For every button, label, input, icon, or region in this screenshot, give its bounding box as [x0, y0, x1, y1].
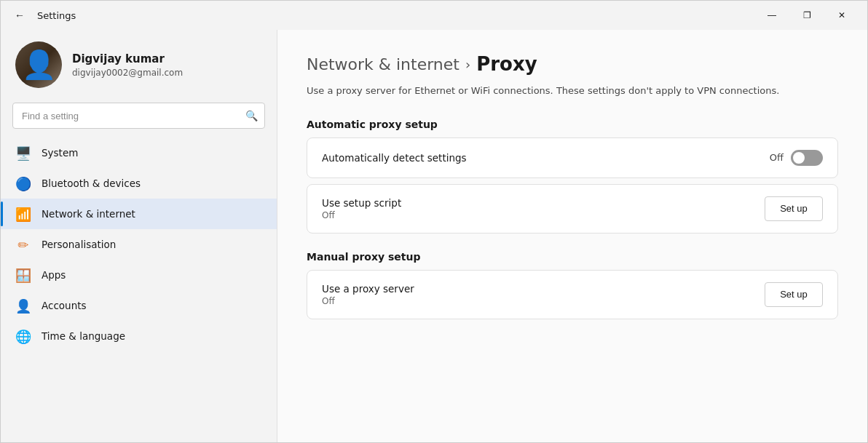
sidebar-item-time[interactable]: 🌐 Time & language [1, 321, 277, 351]
back-button[interactable]: ← [9, 5, 30, 25]
section-title-automatic: Automatic proxy setup [307, 119, 838, 130]
setup-script-card: Use setup script Off Set up [307, 184, 838, 234]
title-bar-left: ← Settings [9, 5, 76, 25]
manual-proxy-card: Use a proxy server Off Set up [307, 270, 838, 319]
window-title: Settings [37, 10, 76, 21]
profile-section: Digvijay kumar digvijay0002@gmail.com [1, 30, 277, 103]
breadcrumb-arrow: › [465, 57, 470, 72]
system-icon: 🖥️ [15, 145, 31, 161]
page-description: Use a proxy server for Ethernet or WiFi … [307, 84, 816, 98]
profile-info: Digvijay kumar digvijay0002@gmail.com [72, 52, 183, 78]
auto-detect-left: Automatically detect settings [322, 152, 467, 164]
breadcrumb-parent: Network & internet [307, 55, 459, 73]
sidebar: Digvijay kumar digvijay0002@gmail.com 🔍 … [1, 30, 277, 442]
automatic-proxy-card: Automatically detect settings Off [307, 137, 838, 178]
auto-detect-toggle[interactable] [791, 150, 823, 166]
proxy-server-sublabel: Off [322, 296, 414, 306]
setup-script-button[interactable]: Set up [765, 196, 823, 221]
sidebar-item-network[interactable]: 📶 Network & internet [1, 199, 277, 229]
search-input[interactable] [12, 103, 265, 129]
proxy-server-left: Use a proxy server Off [322, 283, 414, 306]
sidebar-item-apps[interactable]: 🪟 Apps [1, 260, 277, 290]
auto-detect-label: Automatically detect settings [322, 152, 467, 164]
setup-script-label: Use setup script [322, 197, 401, 209]
breadcrumb-current: Proxy [476, 53, 537, 75]
profile-name: Digvijay kumar [72, 52, 183, 65]
apps-icon: 🪟 [15, 267, 31, 283]
proxy-server-label: Use a proxy server [322, 283, 414, 295]
setup-script-left: Use setup script Off [322, 197, 401, 220]
proxy-server-right: Set up [765, 282, 823, 307]
proxy-server-row: Use a proxy server Off Set up [307, 271, 837, 319]
avatar-image [15, 41, 62, 88]
search-box: 🔍 [12, 103, 265, 129]
network-icon: 📶 [15, 206, 31, 222]
sidebar-item-label-time: Time & language [42, 330, 125, 342]
sidebar-item-label-accounts: Accounts [42, 300, 87, 311]
sidebar-item-label-bluetooth: Bluetooth & devices [42, 177, 141, 189]
setup-script-row: Use setup script Off Set up [307, 185, 837, 233]
auto-detect-toggle-label: Off [770, 152, 784, 163]
sidebar-item-label-system: System [42, 147, 78, 159]
settings-window: ← Settings — ❐ ✕ Digvijay kumar digvijay… [0, 0, 868, 443]
breadcrumb: Network & internet › Proxy [307, 53, 838, 75]
sidebar-item-label-network: Network & internet [42, 208, 135, 220]
search-icon: 🔍 [245, 110, 258, 121]
sidebar-item-bluetooth[interactable]: 🔵 Bluetooth & devices [1, 168, 277, 199]
sidebar-item-system[interactable]: 🖥️ System [1, 137, 277, 168]
setup-script-sublabel: Off [322, 210, 401, 220]
auto-detect-right: Off [770, 150, 823, 166]
maximize-button[interactable]: ❐ [790, 4, 824, 27]
personalisation-icon: ✏️ [15, 236, 31, 252]
auto-detect-row: Automatically detect settings Off [307, 138, 837, 177]
sidebar-item-accounts[interactable]: 👤 Accounts [1, 290, 277, 321]
title-bar: ← Settings — ❐ ✕ [1, 1, 867, 30]
profile-email: digvijay0002@gmail.com [72, 68, 183, 78]
section-title-manual: Manual proxy setup [307, 251, 838, 263]
toggle-thumb [793, 152, 805, 164]
time-icon: 🌐 [15, 328, 31, 344]
main-content: Network & internet › Proxy Use a proxy s… [277, 30, 867, 442]
bluetooth-icon: 🔵 [15, 175, 31, 191]
minimize-button[interactable]: — [755, 4, 789, 27]
sidebar-item-personalisation[interactable]: ✏️ Personalisation [1, 229, 277, 260]
window-controls: — ❐ ✕ [755, 4, 859, 27]
accounts-icon: 👤 [15, 298, 31, 314]
content-area: Digvijay kumar digvijay0002@gmail.com 🔍 … [1, 30, 867, 442]
sidebar-item-label-apps: Apps [42, 269, 66, 281]
sidebar-item-label-personalisation: Personalisation [42, 239, 116, 250]
avatar [15, 41, 62, 88]
proxy-server-button[interactable]: Set up [765, 282, 823, 307]
setup-script-right: Set up [765, 196, 823, 221]
close-button[interactable]: ✕ [825, 4, 859, 27]
